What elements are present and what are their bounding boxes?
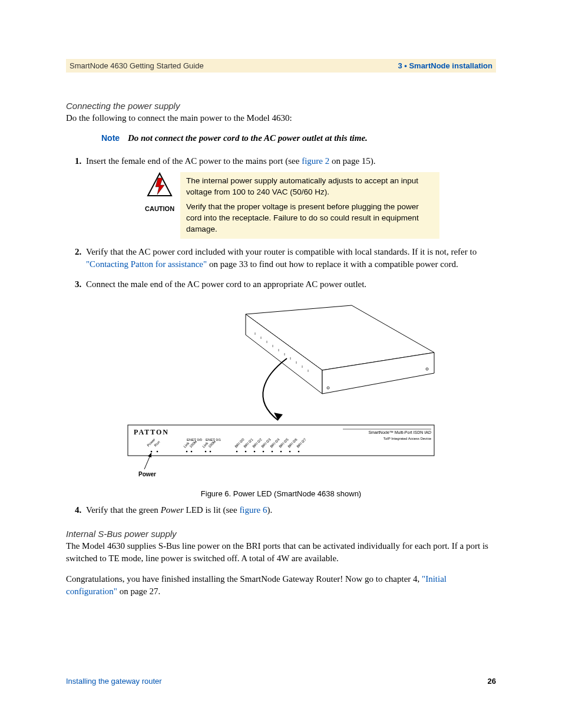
svg-point-26: [191, 451, 193, 453]
device-line2: ToIP Integrated Access Device: [384, 437, 432, 440]
page-footer: Installing the gateway router 26: [66, 677, 496, 686]
svg-point-34: [236, 451, 238, 453]
svg-point-30: [205, 451, 207, 453]
caution-text: The internal power supply automatically …: [180, 172, 439, 238]
caution-icon: [147, 172, 173, 200]
step-3: Connect the male end of the AC power cor…: [84, 278, 496, 291]
svg-point-21: [157, 451, 158, 453]
svg-point-46: [289, 451, 291, 453]
steps-list-cont: Verify that the green Power LED is lit (…: [66, 504, 496, 517]
step-1-post: on page 15).: [329, 156, 375, 166]
caution-p1: The internal power supply automatically …: [186, 176, 434, 198]
figure-2-link[interactable]: figure 2: [302, 156, 329, 166]
page-number: 26: [488, 677, 496, 686]
svg-marker-17: [274, 413, 283, 420]
step-4-em: Power: [161, 505, 184, 515]
document-page: SmartNode 4630 Getting Started Guide 3 •…: [0, 0, 562, 728]
svg-point-38: [254, 451, 256, 453]
step-2-post: on page 33 to find out how to replace it…: [207, 259, 458, 269]
doc-title: SmartNode 4630 Getting Started Guide: [70, 61, 204, 70]
svg-point-20: [151, 451, 153, 453]
step-4-post: ).: [267, 505, 272, 515]
intro-text: Do the following to connect the main pow…: [66, 112, 496, 124]
svg-point-40: [263, 451, 265, 453]
svg-point-44: [280, 451, 282, 453]
svg-point-48: [298, 451, 300, 453]
chapter-title: 3 • SmartNode installation: [398, 61, 492, 70]
step-4: Verify that the green Power LED is lit (…: [84, 504, 496, 517]
sbus-p2: Congratulations, you have finished insta…: [66, 573, 496, 598]
step-1: Insert the female end of the AC power to…: [84, 155, 496, 239]
caution-p2: Verify that the proper voltage is presen…: [186, 202, 434, 235]
footer-section: Installing the gateway router: [66, 677, 162, 686]
step-2: Verify that the AC power cord included w…: [84, 246, 496, 272]
section-heading-sbus: Internal S-Bus power supply: [66, 529, 496, 539]
contact-link[interactable]: "Contacting Patton for assistance": [86, 259, 207, 269]
page-header: SmartNode 4630 Getting Started Guide 3 •…: [66, 59, 496, 73]
svg-point-42: [272, 451, 273, 453]
svg-point-36: [245, 451, 247, 453]
sbus-p2-pre: Congratulations, you have finished insta…: [66, 574, 422, 584]
figure-caption: Figure 6. Power LED (SmartNode 4638 show…: [66, 489, 496, 498]
steps-list: Insert the female end of the AC power to…: [66, 155, 496, 291]
step-4-pre: Verify that the green: [86, 505, 161, 515]
caution-label: CAUTION: [145, 205, 174, 214]
brand-text: PATTON: [134, 428, 169, 436]
svg-point-25: [186, 451, 188, 453]
sbus-p1: The Model 4630 supplies S-Bus line power…: [66, 540, 496, 565]
caution-block: CAUTION The internal power supply automa…: [145, 172, 496, 238]
section-heading-power: Connecting the power supply: [66, 101, 496, 111]
device-line1: SmartNode™ Multi-Port ISDN IAD: [368, 430, 431, 434]
step-1-pre: Insert the female end of the AC power to…: [86, 156, 302, 166]
note-text: Do not connect the power cord to the AC …: [128, 133, 368, 143]
step-2-pre: Verify that the AC power cord included w…: [86, 247, 477, 256]
note-block: Note Do not connect the power cord to th…: [101, 133, 496, 144]
power-callout: Power: [138, 471, 156, 477]
note-label: Note: [101, 133, 120, 143]
step-4-mid: LED is lit (see: [184, 505, 240, 515]
device-diagram: PATTON SmartNode™ Multi-Port ISDN IAD To…: [116, 299, 446, 482]
figure-6-link[interactable]: figure 6: [239, 505, 267, 515]
sbus-p2-post: on page 27.: [117, 587, 160, 596]
figure-6: PATTON SmartNode™ Multi-Port ISDN IAD To…: [66, 299, 496, 498]
svg-point-31: [210, 451, 211, 453]
caution-icon-wrap: CAUTION: [145, 172, 174, 214]
